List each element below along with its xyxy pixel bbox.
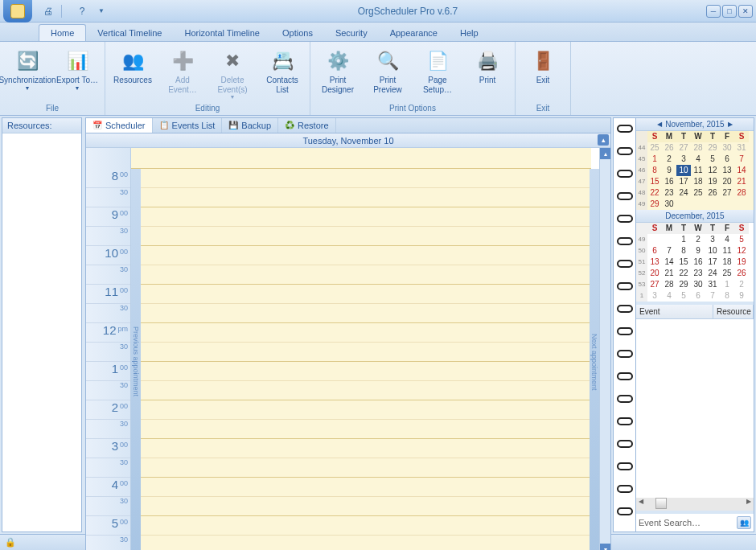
search-button[interactable]: 👥 — [737, 516, 751, 529]
calendar-day[interactable]: 8 — [720, 290, 734, 302]
calendar-day[interactable]: 28 — [734, 187, 749, 199]
tab-help[interactable]: Help — [449, 25, 490, 41]
print-designer-button[interactable]: ⚙️Print Designer — [314, 47, 362, 96]
maximize-button[interactable]: □ — [722, 5, 737, 18]
tab-appearance[interactable]: Appearance — [379, 25, 449, 41]
calendar-day[interactable]: 1 — [676, 234, 691, 245]
export-to-button[interactable]: 📊Export To…▼ — [53, 47, 101, 92]
doc-tab-scheduler[interactable]: 📅Scheduler — [86, 118, 153, 133]
calendar-day[interactable]: 20 — [720, 176, 734, 187]
calendar-day[interactable]: 17 — [705, 257, 720, 268]
calendar-day[interactable]: 23 — [691, 268, 705, 279]
help-icon[interactable]: ? — [74, 3, 90, 19]
calendar-day[interactable]: 16 — [691, 257, 705, 268]
tab-vertical-timeline[interactable]: Vertical Timeline — [86, 25, 173, 41]
calendar-day[interactable]: 2 — [691, 234, 705, 245]
tab-horizontal-timeline[interactable]: Horizontal Timeline — [173, 25, 271, 41]
calendar-day[interactable]: 13 — [647, 257, 662, 268]
calendar-day[interactable]: 14 — [734, 165, 749, 176]
calendar-day[interactable]: 21 — [734, 176, 749, 187]
calendar-day[interactable] — [734, 199, 749, 210]
calendar-day[interactable]: 9 — [691, 245, 705, 257]
calendar-day[interactable]: 7 — [705, 290, 720, 302]
calendar-day[interactable]: 20 — [647, 268, 662, 279]
calendar-day[interactable]: 30 — [691, 279, 705, 290]
calendar-day[interactable]: 2 — [662, 154, 676, 165]
calendar-day[interactable]: 23 — [662, 187, 676, 199]
calendar-day[interactable]: 14 — [662, 257, 676, 268]
calendar-day[interactable] — [691, 199, 705, 210]
calendar-day[interactable]: 27 — [676, 142, 691, 154]
contacts-list-button[interactable]: 📇Contacts List — [258, 47, 306, 96]
scroll-down-button[interactable]: ▾ — [600, 544, 610, 550]
calendar-day[interactable]: 4 — [662, 290, 676, 302]
calendar-day[interactable]: 4 — [720, 234, 734, 245]
calendar-day[interactable]: 11 — [691, 165, 705, 176]
calendar-day[interactable]: 31 — [705, 279, 720, 290]
calendar-day[interactable]: 26 — [734, 268, 749, 279]
calendar-day[interactable]: 18 — [720, 257, 734, 268]
calendar-day[interactable] — [676, 199, 691, 210]
calendar-day[interactable]: 26 — [662, 142, 676, 154]
calendar-day[interactable]: 22 — [647, 187, 662, 199]
scheduler-grid[interactable] — [141, 148, 590, 550]
calendar-day[interactable]: 8 — [676, 245, 691, 257]
calendar-day[interactable]: 10 — [676, 165, 691, 176]
page-setup-button[interactable]: 📄Page Setup… — [413, 47, 462, 96]
calendar-day[interactable]: 12 — [734, 245, 749, 257]
calendar-day[interactable]: 28 — [662, 279, 676, 290]
resource-col-header[interactable]: Resource — [713, 305, 754, 318]
scroll-thumb[interactable] — [655, 498, 667, 509]
doc-tab-backup[interactable]: 💾Backup — [222, 118, 278, 133]
close-button[interactable]: ✕ — [738, 5, 753, 18]
print-preview-button[interactable]: 🔍Print Preview — [364, 47, 412, 96]
calendar-day[interactable]: 29 — [705, 142, 720, 154]
app-menu-button[interactable] — [3, 0, 32, 23]
calendar-day[interactable]: 27 — [647, 279, 662, 290]
event-scrollbar[interactable]: ◀ ▶ — [636, 498, 754, 511]
calendar-day[interactable]: 27 — [720, 187, 734, 199]
calendar-day[interactable]: 5 — [676, 290, 691, 302]
calendar-day[interactable]: 11 — [720, 245, 734, 257]
calendar-day[interactable]: 22 — [676, 268, 691, 279]
event-col-header[interactable]: Event — [636, 305, 713, 318]
calendar-day[interactable]: 1 — [647, 154, 662, 165]
calendar-day[interactable]: 30 — [662, 199, 676, 210]
event-search-box[interactable]: Event Search… 👥 — [636, 511, 754, 532]
calendar-day[interactable]: 16 — [662, 176, 676, 187]
calendar-day[interactable]: 17 — [676, 176, 691, 187]
calendar-day[interactable]: 10 — [705, 245, 720, 257]
calendar-day[interactable]: 5 — [705, 154, 720, 165]
calendar-day[interactable]: 15 — [647, 176, 662, 187]
calendar-day[interactable]: 7 — [734, 154, 749, 165]
calendar-day[interactable]: 9 — [662, 165, 676, 176]
qat-dropdown-icon[interactable]: ▼ — [93, 3, 109, 19]
calendar-day[interactable]: 19 — [734, 257, 749, 268]
event-list-body[interactable] — [636, 319, 754, 498]
exit-button[interactable]: 🚪Exit — [519, 47, 567, 87]
tab-security[interactable]: Security — [324, 25, 379, 41]
calendar-day[interactable] — [705, 199, 720, 210]
calendar-day[interactable]: 28 — [691, 142, 705, 154]
calendar-day[interactable]: 7 — [662, 245, 676, 257]
calendar-day[interactable]: 24 — [705, 268, 720, 279]
all-day-bar[interactable] — [131, 148, 591, 169]
print-button[interactable]: 🖨️Print — [463, 47, 512, 87]
calendar-day[interactable]: 12 — [705, 165, 720, 176]
print-icon[interactable]: 🖨 — [40, 3, 56, 19]
calendar-day[interactable]: 19 — [705, 176, 720, 187]
next-month-button[interactable]: ▶ — [728, 121, 733, 128]
calendar-day[interactable]: 6 — [647, 245, 662, 257]
calendar-day[interactable]: 25 — [691, 187, 705, 199]
calendar-day[interactable]: 29 — [647, 199, 662, 210]
calendar-day[interactable]: 24 — [676, 187, 691, 199]
calendar-day[interactable]: 15 — [676, 257, 691, 268]
calendar-day[interactable]: 8 — [647, 165, 662, 176]
calendar-day[interactable]: 13 — [720, 165, 734, 176]
scroll-up-button[interactable]: ▴ — [600, 148, 610, 159]
doc-tab-restore[interactable]: ♻️Restore — [278, 118, 336, 133]
calendar-day[interactable]: 3 — [676, 154, 691, 165]
tab-home[interactable]: Home — [39, 24, 86, 41]
next-appointment-strip[interactable]: Next appointment — [590, 169, 599, 550]
calendar-day[interactable]: 9 — [734, 290, 749, 302]
